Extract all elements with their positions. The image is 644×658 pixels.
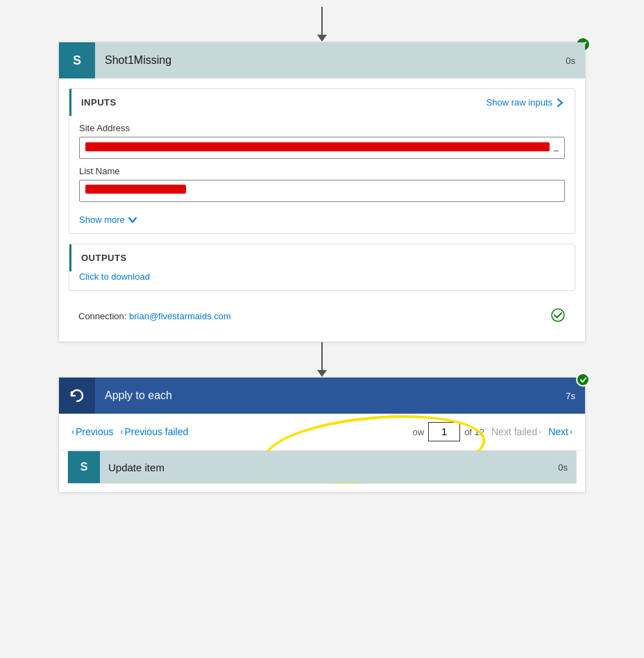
connection-check-icon xyxy=(550,307,566,325)
outputs-section: OUTPUTS Click to download xyxy=(69,244,575,291)
site-address-input: _ xyxy=(79,137,565,159)
card-header-icon: S xyxy=(59,42,95,78)
top-arrow-connector xyxy=(317,7,327,42)
apply-card-header: Apply to each 7s xyxy=(59,378,585,414)
apply-card-badge: 7s xyxy=(566,391,585,401)
site-address-label: Site Address xyxy=(79,123,565,133)
next-chevron-right-icon: › xyxy=(570,427,573,437)
card-badge: 0s xyxy=(566,56,585,66)
connection-info: Connection: brian@fivestarmaids.com xyxy=(78,311,231,321)
connection-label: Connection: xyxy=(78,311,126,321)
page-wrapper: S Shot1Missing 0s INPUTS Show raw inputs xyxy=(0,0,644,658)
show-raw-inputs-label: Show raw inputs xyxy=(486,97,552,108)
card-header: S Shot1Missing 0s xyxy=(59,42,585,78)
arrow-line xyxy=(321,7,323,35)
next-button[interactable]: Next › xyxy=(548,426,573,437)
middle-arrow-connector xyxy=(317,342,327,377)
card-icon-letter: S xyxy=(73,53,81,68)
outputs-title: OUTPUTS xyxy=(81,253,127,263)
apply-card-icon xyxy=(59,378,95,414)
list-name-label: List Name xyxy=(79,166,565,176)
inputs-title: INPUTS xyxy=(81,97,117,108)
shot1missing-card: S Shot1Missing 0s INPUTS Show raw inputs xyxy=(58,42,586,342)
sub-card-success-badge xyxy=(576,373,590,387)
card-title: Shot1Missing xyxy=(95,54,566,67)
apply-to-each-card: Apply to each 7s ‹ Previous ‹ Previous f… xyxy=(58,377,586,493)
of-label: of 12 xyxy=(464,427,484,437)
arrow-head xyxy=(317,35,327,42)
list-name-redact-bar xyxy=(85,185,186,194)
show-label: ow xyxy=(413,427,425,437)
site-address-redact-bar xyxy=(85,142,550,151)
click-to-download-link[interactable]: Click to download xyxy=(79,271,565,282)
pagination-row: ‹ Previous ‹ Previous failed ow of 12 Ne… xyxy=(59,414,585,450)
connection-row: Connection: brian@fivestarmaids.com xyxy=(69,301,575,332)
outputs-section-header: OUTPUTS xyxy=(69,244,575,271)
previous-failed-label: Previous failed xyxy=(124,426,188,437)
next-failed-button[interactable]: Next failed › xyxy=(491,426,541,437)
card-body: INPUTS Show raw inputs Site Address _ xyxy=(59,88,585,341)
prev-failed-chevron-left-icon: ‹ xyxy=(120,427,123,437)
page-input-wrap: ow of 12 xyxy=(413,422,485,441)
sub-card-badge: 0s xyxy=(558,462,576,473)
click-to-download-label: Click to download xyxy=(79,271,150,282)
arrow-line-2 xyxy=(321,342,323,370)
arrow-head-2 xyxy=(317,370,327,377)
sub-card-icon: S xyxy=(68,451,100,483)
previous-label: Previous xyxy=(76,426,113,437)
inputs-section-header: INPUTS Show raw inputs xyxy=(69,89,575,116)
next-failed-chevron-right-icon: › xyxy=(539,427,541,437)
svg-point-0 xyxy=(552,309,564,321)
list-name-input xyxy=(79,180,565,202)
inputs-fields: Site Address _ List Name xyxy=(69,123,575,210)
show-more-label: Show more xyxy=(79,214,125,225)
next-label: Next xyxy=(548,426,568,437)
update-item-sub-card: S Update item 0s xyxy=(67,450,577,484)
sub-card-header: S Update item 0s xyxy=(68,451,576,483)
show-raw-inputs-link[interactable]: Show raw inputs xyxy=(486,97,565,108)
inputs-section: INPUTS Show raw inputs Site Address _ xyxy=(69,88,575,234)
next-failed-label: Next failed xyxy=(491,426,537,437)
outputs-body: Click to download xyxy=(69,271,575,290)
previous-button[interactable]: ‹ Previous xyxy=(71,426,113,437)
connection-email: brian@fivestarmaids.com xyxy=(129,311,231,321)
previous-chevron-left-icon: ‹ xyxy=(71,427,74,437)
site-address-underscore: _ xyxy=(554,142,559,151)
sub-card-icon-letter: S xyxy=(80,461,88,473)
apply-card-title: Apply to each xyxy=(95,389,566,402)
sub-card-title: Update item xyxy=(100,462,558,473)
show-more-link[interactable]: Show more xyxy=(69,210,575,233)
previous-failed-button[interactable]: ‹ Previous failed xyxy=(120,426,188,437)
site-address-redacted: _ xyxy=(85,142,559,151)
page-number-input[interactable] xyxy=(428,422,460,441)
